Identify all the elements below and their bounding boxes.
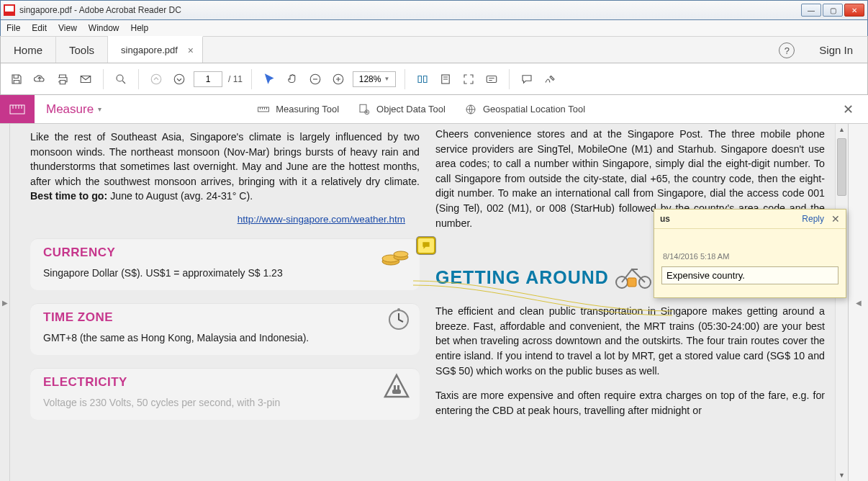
tab-document-label: singapore.pdf xyxy=(121,45,178,55)
svg-point-1 xyxy=(151,74,161,84)
comment-text-input[interactable] xyxy=(661,266,838,284)
svg-rect-7 xyxy=(10,105,24,114)
menu-bar: File Edit View Window Help xyxy=(0,20,868,36)
measure-tools: Measuring Tool Object Data Tool Geospati… xyxy=(257,95,585,123)
page-number-input[interactable] xyxy=(194,71,222,87)
comment-close-icon[interactable]: ✕ xyxy=(831,213,840,225)
comment-icon[interactable] xyxy=(518,71,535,88)
tab-tools[interactable]: Tools xyxy=(56,37,108,63)
menu-edit[interactable]: Edit xyxy=(32,23,47,33)
timezone-card: TIME ZONE GMT+8 (the same as Hong Kong, … xyxy=(30,303,420,355)
geospatial-tool-button[interactable]: Geospatial Location Tool xyxy=(464,103,585,116)
pointer-icon[interactable] xyxy=(261,71,278,88)
fullscreen-icon[interactable] xyxy=(460,71,477,88)
comment-reply-link[interactable]: Reply xyxy=(802,214,824,224)
main-toolbar: / 11 128% ▼ xyxy=(0,63,868,95)
measure-close-icon[interactable]: ✕ xyxy=(828,95,868,123)
menu-file[interactable]: File xyxy=(6,23,20,33)
coins-icon xyxy=(381,243,411,270)
zoom-value: 128% xyxy=(359,74,381,84)
search-icon[interactable] xyxy=(112,71,130,88)
save-icon[interactable] xyxy=(8,71,25,88)
app-tabs: Home Tools singapore.pdf × ? Sign In xyxy=(0,36,868,63)
timezone-heading: TIME ZONE xyxy=(43,310,407,325)
minimize-button[interactable]: — xyxy=(801,4,821,17)
zoom-select[interactable]: 128% ▼ xyxy=(353,71,396,87)
svg-point-15 xyxy=(394,251,408,257)
electricity-heading: ELECTRICITY xyxy=(43,375,407,390)
svg-rect-18 xyxy=(394,385,396,390)
measuring-tool-button[interactable]: Measuring Tool xyxy=(257,103,339,116)
sign-icon[interactable] xyxy=(541,71,559,88)
globe-icon xyxy=(464,103,477,116)
climate-paragraph: Like the rest of Southeast Asia, Singapo… xyxy=(30,130,420,204)
page-viewport[interactable]: Like the rest of Southeast Asia, Singapo… xyxy=(10,124,835,481)
fit-width-icon[interactable] xyxy=(414,71,431,88)
svg-point-17 xyxy=(397,308,400,311)
electricity-text: Voltage is 230 Volts, 50 cycles per seco… xyxy=(43,397,407,408)
measure-title[interactable]: Measure ▾ xyxy=(35,95,113,123)
electricity-card: ELECTRICITY Voltage is 230 Volts, 50 cyc… xyxy=(30,368,420,420)
sticky-note-icon[interactable] xyxy=(417,237,435,254)
comment-popup: us Reply ✕ 8/14/2016 5:18 AM xyxy=(654,209,846,298)
app-icon xyxy=(4,4,15,16)
measure-badge-icon xyxy=(0,95,35,123)
currency-text: Singapore Dollar (S$). US$1 = approximat… xyxy=(43,267,407,279)
menu-window[interactable]: Window xyxy=(89,23,119,33)
page-down-icon[interactable] xyxy=(171,71,188,88)
timezone-text: GMT+8 (the same as Hong Kong, Malaysia a… xyxy=(43,332,407,343)
ruler-icon xyxy=(257,103,270,116)
weather-link[interactable]: http://www-singapore.com/weather.htm xyxy=(238,214,405,225)
scroll-thumb[interactable] xyxy=(837,138,846,196)
fit-page-icon[interactable] xyxy=(437,71,454,88)
page-total-label: / 11 xyxy=(228,74,243,84)
help-icon[interactable]: ? xyxy=(779,42,795,58)
left-panel-toggle[interactable]: ▶ xyxy=(0,124,10,481)
zoom-out-icon[interactable] xyxy=(307,71,324,88)
measuring-tool-label: Measuring Tool xyxy=(276,104,339,114)
tab-document[interactable]: singapore.pdf × xyxy=(108,36,203,63)
svg-point-0 xyxy=(117,75,123,81)
object-data-tool-label: Object Data Tool xyxy=(376,104,446,114)
chevron-down-icon: ▾ xyxy=(98,105,101,113)
document-area: ▶ Like the rest of Southeast Asia, Singa… xyxy=(0,124,868,481)
svg-rect-19 xyxy=(397,385,399,390)
measure-title-label: Measure xyxy=(46,102,94,117)
chevron-left-icon: ◀ xyxy=(856,299,862,307)
tab-home[interactable]: Home xyxy=(1,37,56,63)
svg-rect-6 xyxy=(487,76,497,82)
taxi-paragraph: Taxis are more expensive and often requi… xyxy=(435,388,825,418)
menu-help[interactable]: Help xyxy=(131,23,149,33)
page-up-icon[interactable] xyxy=(148,71,165,88)
window-title: singapore.pdf - Adobe Acrobat Reader DC xyxy=(19,5,801,15)
best-time-value: June to August (avg. 24-31° C). xyxy=(107,190,253,202)
zoom-in-icon[interactable] xyxy=(330,71,347,88)
title-bar: singapore.pdf - Adobe Acrobat Reader DC … xyxy=(0,0,868,20)
read-mode-icon[interactable] xyxy=(483,71,500,88)
svg-point-2 xyxy=(174,74,184,84)
hand-icon[interactable] xyxy=(284,71,301,88)
scroll-up-icon[interactable]: ▲ xyxy=(836,124,848,135)
sign-in-button[interactable]: Sign In xyxy=(805,37,867,63)
geospatial-tool-label: Geospatial Location Tool xyxy=(483,104,585,114)
menu-view[interactable]: View xyxy=(58,23,77,33)
comment-header: us Reply ✕ xyxy=(654,210,846,229)
svg-rect-20 xyxy=(392,390,401,394)
window-buttons: — ▢ ✕ xyxy=(801,4,864,17)
print-icon[interactable] xyxy=(54,71,71,88)
tab-close-icon[interactable]: × xyxy=(188,45,194,56)
svg-rect-8 xyxy=(258,107,269,112)
transport-paragraph: The efficient and clean public transport… xyxy=(435,304,825,378)
scroll-down-icon[interactable]: ▼ xyxy=(836,469,848,481)
vertical-scrollbar[interactable]: ▲ ▼ xyxy=(835,124,848,481)
close-button[interactable]: ✕ xyxy=(844,4,864,17)
measure-toolbar: Measure ▾ Measuring Tool Object Data Too… xyxy=(0,95,868,124)
mail-icon[interactable] xyxy=(77,71,94,88)
right-panel-toggle[interactable]: ◀ xyxy=(848,124,868,481)
object-data-tool-button[interactable]: Object Data Tool xyxy=(358,103,446,116)
maximize-button[interactable]: ▢ xyxy=(823,4,843,17)
currency-heading: CURRENCY xyxy=(43,246,407,260)
page-right-column: Cheers convenience stores and at the Sin… xyxy=(434,124,829,481)
cloud-upload-icon[interactable] xyxy=(31,71,48,88)
comment-date: 8/14/2016 5:18 AM xyxy=(654,229,846,266)
